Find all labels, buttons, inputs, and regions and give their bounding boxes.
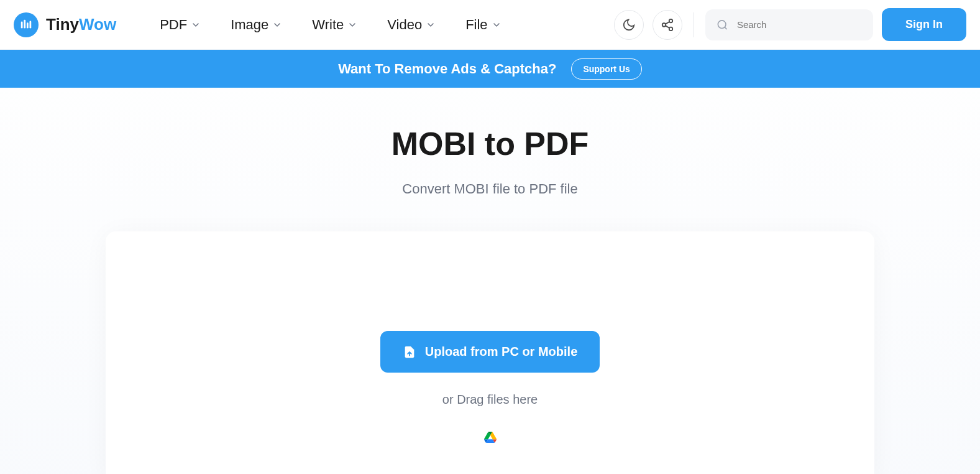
svg-line-8 xyxy=(666,21,669,24)
divider xyxy=(694,12,694,37)
signin-button[interactable]: Sign In xyxy=(882,8,966,41)
google-drive-icon xyxy=(484,432,497,443)
page-subtitle: Convert MOBI file to PDF file xyxy=(12,181,968,197)
header: TinyWow PDF Image Write Video File xyxy=(0,0,980,50)
chevron-down-icon xyxy=(349,21,356,29)
svg-rect-1 xyxy=(24,19,25,28)
chevron-down-icon xyxy=(427,21,434,29)
nav-item-image[interactable]: Image xyxy=(231,17,281,33)
logo-icon xyxy=(14,12,39,37)
search-icon xyxy=(717,18,728,32)
moon-icon xyxy=(622,18,636,32)
upload-label: Upload from PC or Mobile xyxy=(425,345,578,359)
svg-line-10 xyxy=(725,27,726,29)
promo-banner: Want To Remove Ads & Captcha? Support Us xyxy=(0,50,980,88)
logo-text: TinyWow xyxy=(46,15,116,34)
nav-item-pdf[interactable]: PDF xyxy=(160,17,199,33)
svg-line-7 xyxy=(666,26,669,28)
nav-item-write[interactable]: Write xyxy=(312,17,356,33)
svg-point-6 xyxy=(669,27,673,30)
share-button[interactable] xyxy=(653,10,682,40)
logo[interactable]: TinyWow xyxy=(14,12,116,37)
chevron-down-icon xyxy=(273,21,281,29)
svg-rect-3 xyxy=(30,21,32,28)
main: MOBI to PDF Convert MOBI file to PDF fil… xyxy=(0,88,980,474)
support-button[interactable]: Support Us xyxy=(571,58,641,80)
header-right: Sign In xyxy=(614,8,966,41)
nav-item-file[interactable]: File xyxy=(465,17,500,33)
chevron-down-icon xyxy=(192,21,199,29)
nav-label: Write xyxy=(312,17,344,33)
upload-button[interactable]: Upload from PC or Mobile xyxy=(380,331,600,373)
nav-item-video[interactable]: Video xyxy=(387,17,434,33)
svg-point-4 xyxy=(669,19,673,22)
banner-text: Want To Remove Ads & Captcha? xyxy=(338,61,556,77)
nav-label: File xyxy=(465,17,487,33)
drag-text: or Drag files here xyxy=(131,393,849,407)
search-box[interactable] xyxy=(705,9,873,40)
nav-label: Video xyxy=(387,17,422,33)
google-drive-button[interactable] xyxy=(484,432,497,443)
page-title: MOBI to PDF xyxy=(12,125,968,162)
dark-mode-button[interactable] xyxy=(614,10,644,40)
chevron-down-icon xyxy=(493,21,500,29)
upload-card[interactable]: Upload from PC or Mobile or Drag files h… xyxy=(106,231,874,474)
nav-label: PDF xyxy=(160,17,187,33)
search-input[interactable] xyxy=(737,19,862,30)
svg-rect-0 xyxy=(21,21,23,28)
svg-point-5 xyxy=(662,23,666,27)
svg-rect-2 xyxy=(27,22,29,28)
file-upload-icon xyxy=(403,345,416,359)
nav: PDF Image Write Video File xyxy=(160,17,614,33)
nav-label: Image xyxy=(231,17,268,33)
svg-point-9 xyxy=(718,20,726,28)
share-icon xyxy=(661,18,674,32)
